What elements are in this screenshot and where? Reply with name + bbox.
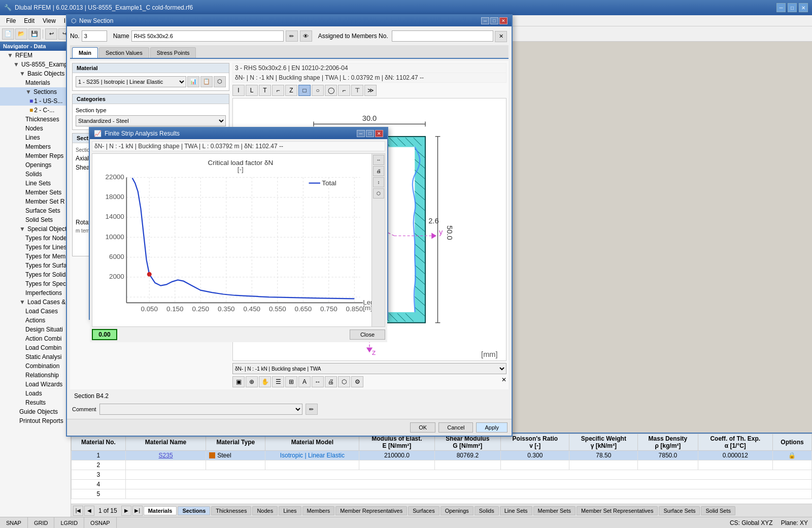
nav-line-sets[interactable]: Line Sets [0,179,71,188]
nav-lines[interactable]: Lines [0,133,71,142]
tab-main[interactable]: Main [72,47,98,58]
nav-members[interactable]: Members [0,142,71,151]
minimize-btn[interactable]: ─ [776,3,786,12]
nav-load-wizards[interactable]: Load Wizards [0,380,71,389]
nav-section-2[interactable]: ■ 2 - C-... [0,106,71,115]
nav-member-set-r[interactable]: Member Set R [0,197,71,206]
comment-edit-btn[interactable]: ✏ [306,404,318,415]
tb-undo[interactable]: ↩ [45,28,57,40]
viz-shape-l[interactable]: L [246,85,258,96]
nav-printout[interactable]: Printout Reports [0,416,71,425]
tab-stress-points[interactable]: Stress Points [150,47,196,58]
assigned-clear-btn[interactable]: ✕ [495,42,507,42]
viz-shape-z[interactable]: Z [285,85,297,96]
fsa-close-btn[interactable]: ✕ [375,130,383,137]
bottom-scroll-area[interactable]: Material No. Material Name Material Type… [71,434,812,504]
close-btn[interactable]: ✕ [799,3,808,12]
cancel-button[interactable]: Cancel [438,422,473,433]
footer-tab-openings[interactable]: Openings [441,506,473,515]
fsa-tb-4[interactable]: ⬡ [373,188,384,199]
nav-solid-sets[interactable]: Solid Sets [0,215,71,224]
table-row[interactable]: 1 S235 Steel Isotropic | Linear Elastic … [72,451,812,460]
nav-member-reps[interactable]: Member Reps [0,151,71,160]
nav-solids[interactable]: Solids [0,170,71,179]
nav-types-special[interactable]: Types for Special [0,279,71,288]
material-select[interactable]: 1 - S235 | Isotropic | Linear Elastic [76,76,186,87]
viz-shape-more[interactable]: ≫ [364,85,377,96]
nav-loads[interactable]: Loads [0,389,71,398]
footer-tab-nodes[interactable]: Nodes [252,506,278,515]
nav-next-btn[interactable]: ▶ [121,506,131,516]
viz-close-btn[interactable]: ✕ [501,376,506,387]
nav-openings[interactable]: Openings [0,160,71,170]
fsa-tb-1[interactable]: ↔ [373,155,384,165]
maximize-btn[interactable]: □ [788,3,797,12]
footer-tab-thicknesses[interactable]: Thicknesses [211,506,251,515]
apply-button[interactable]: Apply [476,422,507,433]
nav-last-btn[interactable]: ▶| [132,506,143,516]
table-row[interactable]: 3 [72,470,812,480]
nav-types-solids[interactable]: Types for Solids [0,270,71,279]
nav-design-sit[interactable]: Design Situati [0,325,71,334]
nav-member-sets[interactable]: Member Sets [0,188,71,197]
status-osnap[interactable]: OSNAP [84,517,117,528]
nav-first-btn[interactable]: |◀ [73,506,83,516]
viz-btn-select[interactable]: ▣ [232,376,245,387]
viz-btn-label[interactable]: A [298,376,311,387]
nav-load-combin[interactable]: Load Combin [0,343,71,352]
tb-new[interactable]: 📄 [2,28,14,40]
table-row[interactable]: 4 [72,480,812,489]
mat-btn1[interactable]: 📊 [187,76,199,87]
viz-btn-export[interactable]: ⬡ [338,376,350,387]
viz-btn-grid[interactable]: ⊞ [285,376,297,387]
nav-basic-objects[interactable]: ▼ Basic Objects [0,69,71,78]
nav-surface-sets[interactable]: Surface Sets [0,206,71,215]
nav-load-cases-item[interactable]: Load Cases [0,307,71,316]
footer-tab-member-reps[interactable]: Member Representatives [335,506,407,515]
nav-types-membe[interactable]: Types for Membe [0,252,71,261]
section-type-select[interactable]: Standardized - Steel [76,115,226,126]
table-row[interactable]: 5 [72,489,812,499]
nav-guide[interactable]: Guide Objects [0,407,71,416]
footer-tab-materials[interactable]: Materials [144,506,177,515]
ok-button[interactable]: OK [410,422,435,433]
nav-types-lines[interactable]: Types for Lines [0,243,71,252]
nav-static[interactable]: Static Analysi [0,352,71,361]
viz-shape-circ-hollow[interactable]: ◯ [325,85,337,96]
footer-tab-lines[interactable]: Lines [279,506,301,515]
viz-shape-t[interactable]: T [259,85,271,96]
viz-btn-table[interactable]: ☰ [272,376,284,387]
status-lgrid[interactable]: LGRID [71,517,84,528]
menu-edit[interactable]: Edit [20,16,39,25]
nav-relationship[interactable]: Relationship [0,371,71,380]
table-row[interactable]: 2 [72,460,812,470]
viz-btn-settings[interactable]: ⚙ [351,376,363,387]
buckling-select[interactable]: δN- | N : -1 kN | Buckling shape | TWA [232,363,506,374]
footer-tab-line-sets[interactable]: Line Sets [500,506,532,515]
tb-save[interactable]: 💾 [28,28,41,40]
viz-shape-angle[interactable]: ⌐ [338,85,350,96]
nav-sections[interactable]: ▼ Sections [0,87,71,96]
nav-types-nodes[interactable]: Types for Nodes [0,234,71,243]
footer-tab-member-sets[interactable]: Member Sets [533,506,576,515]
viz-btn-print[interactable]: 🖨 [325,376,337,387]
nav-special[interactable]: ▼ Special Objects [0,224,71,234]
nav-combination[interactable]: Combination [0,361,71,371]
menu-file[interactable]: File [2,16,20,25]
nav-types-surf[interactable]: Types for Surfac [0,261,71,270]
nav-thicknesses[interactable]: Thicknesses [0,115,71,124]
mat-btn3[interactable]: ⬡ [214,76,226,87]
footer-tab-surfaces[interactable]: Surfaces [408,506,439,515]
fsa-tb-3[interactable]: ↕ [373,177,384,187]
nav-section-1[interactable]: ■ 1 - US-S... [0,96,71,106]
footer-tab-member-set-reps[interactable]: Member Set Representatives [577,506,658,515]
nav-project[interactable]: ▼ US-8555_Example_1 [0,60,71,69]
footer-tab-members[interactable]: Members [302,506,335,515]
nav-rfem[interactable]: ▼ RFEM [0,51,71,60]
footer-tab-sections[interactable]: Sections [178,506,210,515]
viz-btn-zoom[interactable]: ⊕ [246,376,258,387]
footer-tab-solid-sets[interactable]: Solid Sets [701,506,735,515]
nav-results[interactable]: Results [0,398,71,407]
nav-load-cases[interactable]: ▼ Load Cases & Co [0,298,71,307]
menu-view[interactable]: View [39,16,60,25]
